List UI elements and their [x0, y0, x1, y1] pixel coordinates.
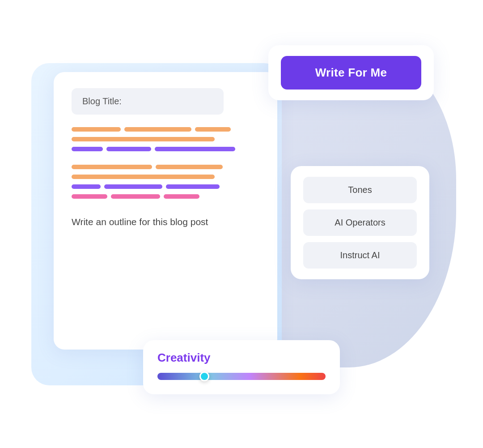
- decorative-lines-2: [72, 165, 259, 204]
- line: [164, 194, 199, 199]
- scene: Blog Title: Write an outline for this bl…: [40, 27, 443, 421]
- line: [72, 147, 103, 151]
- line: [111, 194, 160, 199]
- line: [72, 184, 101, 189]
- line: [106, 147, 151, 151]
- blog-title-input[interactable]: Blog Title:: [72, 88, 224, 115]
- line: [166, 184, 220, 189]
- blog-card: Blog Title: Write an outline for this bl…: [54, 72, 277, 350]
- line: [104, 184, 162, 189]
- blog-outline-text: Write an outline for this blog post: [72, 217, 259, 227]
- decorative-lines-1: [72, 127, 259, 157]
- write-for-me-button[interactable]: Write For Me: [281, 56, 421, 90]
- instruct-ai-button[interactable]: Instruct AI: [303, 242, 417, 269]
- tones-card: Tones AI Operators Instruct AI: [291, 166, 429, 279]
- line: [156, 165, 223, 169]
- creativity-label: Creativity: [157, 351, 326, 365]
- tones-button[interactable]: Tones: [303, 177, 417, 203]
- line: [72, 194, 107, 199]
- write-for-me-card: Write For Me: [268, 45, 434, 100]
- creativity-slider-thumb[interactable]: [199, 371, 209, 381]
- creativity-slider-track[interactable]: [157, 373, 326, 380]
- line: [155, 147, 235, 151]
- line: [124, 127, 191, 132]
- creativity-card: Creativity: [143, 340, 340, 394]
- line: [195, 127, 231, 132]
- line: [72, 127, 121, 132]
- line: [72, 175, 215, 179]
- ai-operators-button[interactable]: AI Operators: [303, 209, 417, 236]
- line: [72, 165, 152, 169]
- line: [72, 137, 215, 141]
